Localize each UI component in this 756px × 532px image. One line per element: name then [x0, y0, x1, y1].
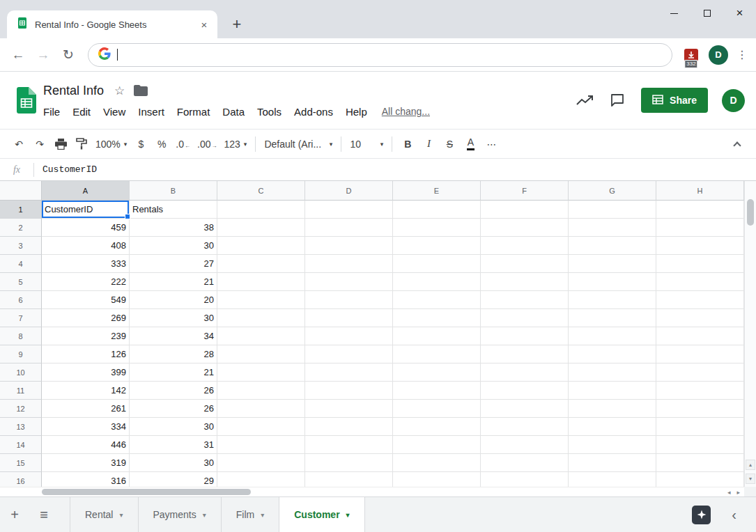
- browser-profile-avatar[interactable]: D: [709, 45, 728, 65]
- select-all-corner[interactable]: [0, 181, 42, 201]
- scroll-down-icon[interactable]: ▾: [746, 474, 755, 484]
- cell-D4[interactable]: [305, 255, 393, 273]
- cell-H11[interactable]: [656, 382, 744, 400]
- menu-data[interactable]: Data: [216, 106, 251, 118]
- back-icon[interactable]: ←: [6, 42, 31, 68]
- cell-C7[interactable]: [217, 309, 305, 327]
- cell-F12[interactable]: [481, 400, 569, 418]
- row-header-5[interactable]: 5: [0, 273, 42, 291]
- new-tab-button[interactable]: +: [227, 15, 247, 34]
- row-header-14[interactable]: 14: [0, 436, 42, 454]
- comment-icon[interactable]: [605, 88, 630, 113]
- minimize-button[interactable]: [658, 0, 691, 26]
- cell-F14[interactable]: [481, 436, 569, 454]
- cell-G3[interactable]: [569, 237, 656, 255]
- cell-D9[interactable]: [305, 345, 393, 363]
- cell-B4[interactable]: 27: [130, 255, 217, 273]
- cell-B11[interactable]: 26: [130, 382, 217, 400]
- browser-tab[interactable]: Rental Info - Google Sheets ×: [7, 10, 217, 38]
- cell-E14[interactable]: [393, 436, 481, 454]
- cell-A15[interactable]: 319: [42, 454, 130, 472]
- cell-F5[interactable]: [481, 273, 569, 291]
- cell-H3[interactable]: [656, 237, 744, 255]
- row-header-10[interactable]: 10: [0, 363, 42, 382]
- cell-C4[interactable]: [217, 255, 305, 273]
- cell-G10[interactable]: [569, 363, 656, 382]
- paint-format-icon[interactable]: [71, 133, 92, 155]
- cell-A2[interactable]: 459: [42, 219, 130, 237]
- column-header-H[interactable]: H: [656, 181, 744, 201]
- cell-E11[interactable]: [393, 382, 481, 400]
- menu-file[interactable]: File: [37, 106, 66, 118]
- cell-H14[interactable]: [656, 436, 744, 454]
- zoom-select[interactable]: 100% ▾: [92, 133, 130, 155]
- cell-G15[interactable]: [569, 454, 656, 472]
- cell-H2[interactable]: [656, 219, 744, 237]
- cell-F10[interactable]: [481, 363, 569, 382]
- cell-G7[interactable]: [569, 309, 656, 327]
- cell-C15[interactable]: [217, 454, 305, 472]
- cell-E12[interactable]: [393, 400, 481, 418]
- chevron-down-icon[interactable]: ▾: [119, 511, 123, 519]
- cell-E10[interactable]: [393, 363, 481, 382]
- cell-G11[interactable]: [569, 382, 656, 400]
- row-header-3[interactable]: 3: [0, 237, 42, 255]
- cell-H16[interactable]: [656, 472, 744, 487]
- cell-C5[interactable]: [217, 273, 305, 291]
- cell-B8[interactable]: 34: [130, 327, 217, 345]
- cell-C1[interactable]: [217, 201, 305, 219]
- cell-H4[interactable]: [656, 255, 744, 273]
- bold-button[interactable]: B: [397, 133, 418, 155]
- cell-A1[interactable]: CustomerID: [42, 201, 130, 219]
- cell-G12[interactable]: [569, 400, 656, 418]
- cell-E9[interactable]: [393, 345, 481, 363]
- horizontal-scrollbar-thumb[interactable]: [42, 489, 251, 495]
- decrease-decimal-button[interactable]: .0 ←: [172, 133, 194, 155]
- cell-E1[interactable]: [393, 201, 481, 219]
- vertical-scrollbar-thumb[interactable]: [747, 199, 754, 226]
- row-header-6[interactable]: 6: [0, 291, 42, 309]
- move-folder-icon[interactable]: [134, 85, 148, 96]
- more-toolbar-button[interactable]: ⋯: [481, 133, 502, 155]
- cell-E2[interactable]: [393, 219, 481, 237]
- row-header-7[interactable]: 7: [0, 309, 42, 327]
- cell-G5[interactable]: [569, 273, 656, 291]
- share-button[interactable]: Share: [641, 88, 708, 113]
- column-header-A[interactable]: A: [42, 181, 130, 201]
- menu-format[interactable]: Format: [171, 106, 217, 118]
- cell-A14[interactable]: 446: [42, 436, 130, 454]
- cell-F15[interactable]: [481, 454, 569, 472]
- all-changes-link[interactable]: All chang...: [382, 106, 430, 117]
- cell-A5[interactable]: 222: [42, 273, 130, 291]
- cell-B9[interactable]: 28: [130, 345, 217, 363]
- cell-E6[interactable]: [393, 291, 481, 309]
- cell-E13[interactable]: [393, 418, 481, 436]
- row-header-1[interactable]: 1: [0, 201, 42, 219]
- cell-D13[interactable]: [305, 418, 393, 436]
- vertical-scrollbar[interactable]: ▴ ▾: [744, 181, 756, 487]
- add-sheet-button[interactable]: +: [0, 497, 29, 532]
- cell-F3[interactable]: [481, 237, 569, 255]
- menu-insert[interactable]: Insert: [132, 106, 171, 118]
- cell-G2[interactable]: [569, 219, 656, 237]
- cell-C3[interactable]: [217, 237, 305, 255]
- scroll-left-icon[interactable]: ◂: [727, 489, 731, 496]
- cell-D11[interactable]: [305, 382, 393, 400]
- cell-A3[interactable]: 408: [42, 237, 130, 255]
- redo-icon[interactable]: ↷: [29, 133, 50, 155]
- scroll-up-icon[interactable]: ▴: [746, 460, 755, 470]
- scroll-right-icon[interactable]: ▸: [736, 489, 740, 496]
- cell-B15[interactable]: 30: [130, 454, 217, 472]
- column-header-F[interactable]: F: [481, 181, 569, 201]
- cell-G1[interactable]: [569, 201, 656, 219]
- cell-G6[interactable]: [569, 291, 656, 309]
- cell-C16[interactable]: [217, 472, 305, 487]
- reload-icon[interactable]: ↻: [56, 42, 81, 68]
- cell-C12[interactable]: [217, 400, 305, 418]
- cell-H7[interactable]: [656, 309, 744, 327]
- explore-button[interactable]: [692, 506, 711, 524]
- formula-input[interactable]: CustomerID: [43, 164, 97, 175]
- row-header-8[interactable]: 8: [0, 327, 42, 345]
- cell-F4[interactable]: [481, 255, 569, 273]
- cell-E16[interactable]: [393, 472, 481, 487]
